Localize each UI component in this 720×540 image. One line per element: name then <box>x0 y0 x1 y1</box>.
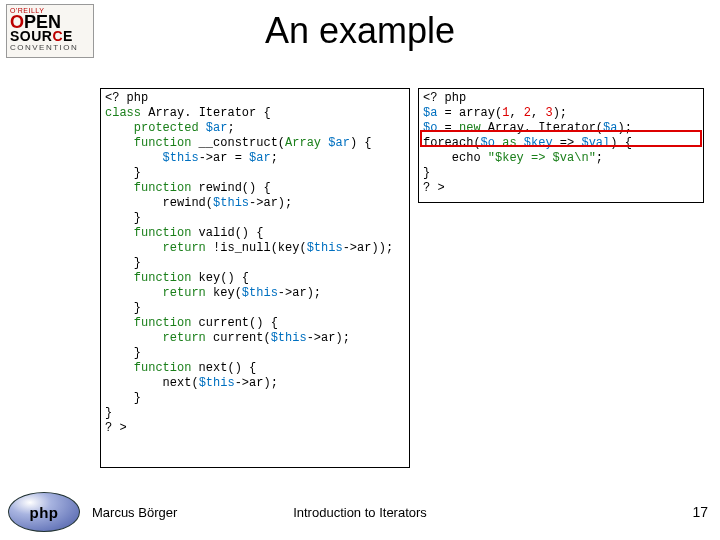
page-number: 17 <box>692 504 708 520</box>
slide: O'REILLY OPEN SOURCE CONVENTION An examp… <box>0 0 720 540</box>
subtitle: Introduction to Iterators <box>0 505 720 520</box>
slide-title: An example <box>0 10 720 52</box>
code-left: <? php class Array. Iterator { protected… <box>100 88 410 468</box>
code-right: <? php $a = array(1, 2, 3); $o = new Arr… <box>418 88 704 203</box>
footer: php Marcus Börger Introduction to Iterat… <box>0 494 720 534</box>
